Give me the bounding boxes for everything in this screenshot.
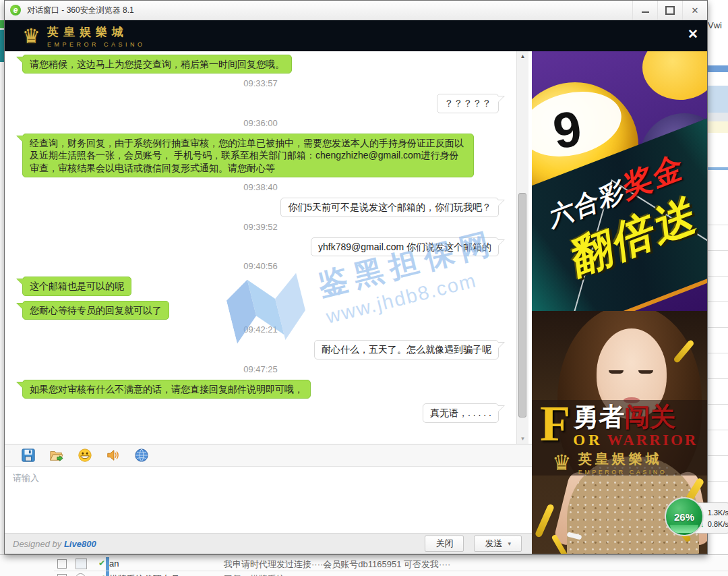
upload-speed-value: 1.3K/s [708, 509, 728, 517]
chat-column: 请您稍候，这边马上为您提交查询，稍后第一时间回复您哦。09:33:57？？？？？… [5, 51, 532, 554]
status-check-icon: ✔ [98, 573, 105, 576]
message-input[interactable]: 请输入 [5, 467, 532, 533]
eye-graphic [609, 370, 624, 374]
open-file-icon[interactable] [49, 448, 64, 463]
minimize-icon [642, 11, 649, 13]
warrior-en-or: OR [573, 432, 603, 449]
chat-bubble: 你们5天前可不是说发这个邮箱的，你们玩我吧？ [280, 198, 499, 217]
warrior-brand-en: EMPEROR CASINO [578, 469, 667, 476]
emoticon-icon[interactable] [78, 448, 92, 463]
background-partial-text: Vwi [708, 20, 722, 30]
progress-percent: 26% [674, 511, 694, 523]
scrollbar-up-icon[interactable]: ▲ [517, 53, 528, 59]
close-chat-button[interactable]: 关闭 [425, 536, 464, 552]
chat-toolbar [5, 444, 532, 467]
chat-bubble: 耐心什么，五天了。怎么就像遇到骗子呢 [314, 340, 499, 359]
window-titlebar[interactable]: e 对话窗口 - 360安全浏览器 8.1 ✕ [5, 1, 707, 20]
background-stripe [708, 121, 728, 133]
close-chat-icon[interactable]: ✕ [688, 28, 698, 40]
gold-ribbon-graphic [535, 503, 555, 538]
minimize-button[interactable] [632, 1, 657, 20]
chat-timestamp: 09:47:25 [5, 364, 516, 375]
download-progress-ball[interactable]: 26% [665, 497, 704, 536]
send-button-label: 发送 [485, 538, 502, 550]
chat-message-agent: 请您稍候，这边马上为您提交查询，稍后第一时间回复您哦。 [5, 55, 516, 74]
casino-header: ♛ 英皇娱樂城 EMPEROR CASINO ✕ [5, 20, 707, 52]
warrior-en-warrior: WARRIOR [607, 432, 698, 449]
background-table-row: ✔ 棋牌系统代理专员 回复：棋牌系统 [0, 573, 728, 576]
close-icon: ✕ [692, 5, 699, 16]
chat-message-agent: 这个邮箱也是可以的呢 [5, 277, 516, 295]
avatar [75, 573, 86, 576]
upload-speed: ↑ 1.3K/s [700, 507, 728, 518]
background-table-lines [708, 200, 728, 523]
window-controls: ✕ [632, 1, 707, 20]
footer-buttons: 关闭 发送 ▾ [425, 536, 532, 552]
progress-fill [670, 525, 698, 533]
background-table-row: ✔ an 我申请时代理发过连接····会员账号db1165951 可否发我···… [0, 558, 728, 570]
scrollbar-thumb[interactable] [518, 193, 526, 417]
warrior-cn-white: 勇者 [573, 403, 624, 431]
download-speed: ↓ 0.8K/s [700, 518, 728, 529]
send-button[interactable]: 发送 ▾ [474, 536, 522, 552]
warrior-title-right: 勇者闯关 ORWARRIOR [573, 404, 698, 449]
input-placeholder: 请输入 [13, 473, 39, 483]
chat-dialog-window: e 对话窗口 - 360安全浏览器 8.1 ✕ ♛ 英皇娱樂城 EMPEROR … [4, 0, 708, 554]
chat-bubble: 这个邮箱也是可以的呢 [22, 277, 131, 295]
background-stripe [708, 86, 728, 113]
row-text: 回复：棋牌系统 [224, 573, 285, 576]
background-stripe [708, 167, 728, 170]
warrior-cn-red: 闯关 [624, 403, 675, 431]
maximize-icon [665, 6, 675, 15]
chat-timestamp: 09:38:40 [5, 182, 516, 193]
web-icon[interactable] [134, 448, 149, 463]
window-title: 对话窗口 - 360安全浏览器 8.1 [27, 5, 134, 16]
chat-message-agent: 经查询，财务回复，由于系统例行抽查审核，您的注单已被抽中，需要您发送本人的手持身… [5, 134, 516, 177]
warrior-title: F 勇者闯关 ORWARRIOR [532, 400, 707, 449]
chat-timestamp: 09:42:21 [5, 324, 516, 335]
chat-bubble: 真无语，. . . . . [423, 403, 499, 422]
crown-logo-icon: ♛ [552, 452, 572, 473]
sound-icon[interactable] [106, 448, 121, 463]
checkbox[interactable] [57, 559, 67, 569]
ad-column: 8 9 六合彩奖金 [532, 51, 707, 554]
warrior-brand-row: ♛ 英皇娱樂城 EMPEROR CASINO [532, 450, 707, 476]
browser-360-icon: e [10, 5, 21, 16]
chat-timestamp: 09:36:00 [5, 118, 516, 129]
eye-graphic [638, 370, 653, 374]
chat-timestamp: 09:39:52 [5, 222, 516, 233]
warrior-brand-cn: 英皇娱樂城 [578, 450, 667, 468]
maximize-button[interactable] [657, 1, 682, 20]
brand-name-en: EMPEROR CASINO [47, 41, 146, 48]
scrollbar-down-icon[interactable]: ▼ [517, 436, 528, 442]
row-divider [54, 571, 728, 571]
chat-message-list[interactable]: 请您稍候，这边马上为您提交查询，稍后第一时间回复您哦。09:33:57？？？？？… [5, 51, 516, 444]
chat-scrollbar[interactable]: ▲ ▼ [516, 51, 528, 444]
dialog-content: 请您稍候，这边马上为您提交查询，稍后第一时间回复您哦。09:33:57？？？？？… [5, 51, 707, 554]
screen: Vwi ✔ an 我申请时代理发过连接····会员账号db1165951 可否发… [0, 0, 728, 576]
save-icon[interactable] [21, 448, 36, 463]
background-stripe [708, 113, 728, 121]
chat-message-user: yhfk789@gmail.com 你们说发这个邮箱的 [5, 237, 516, 256]
crown-logo-icon: ♛ [22, 26, 40, 47]
brand-name-cn: 英皇娱樂城 [47, 24, 146, 40]
chat-bubble: 您耐心等待专员的回复就可以了 [22, 301, 169, 320]
background-page-bottom: ✔ an 我申请时代理发过连接····会员账号db1165951 可否发我···… [0, 554, 728, 576]
close-window-button[interactable]: ✕ [682, 1, 707, 20]
background-stripe [708, 65, 728, 72]
designed-by: Designed by Live800 [13, 539, 96, 549]
chat-message-agent: 如果您对审核有什么不满意的话，请您直接回复邮件说明即可哦， [5, 380, 516, 399]
row-label: 棋牌系统代理专员 [109, 573, 179, 576]
download-speed-value: 0.8K/s [708, 520, 728, 528]
chat-message-user: 你们5天前可不是说发这个邮箱的，你们玩我吧？ [5, 198, 516, 217]
chat-message-user: ？？？？？ [5, 94, 516, 113]
close-button-label: 关闭 [435, 538, 453, 550]
status-check-icon: ✔ [98, 558, 105, 568]
chat-bubble: 请您稍候，这边马上为您提交查询，稍后第一时间回复您哦。 [22, 55, 292, 74]
send-dropdown-caret-icon[interactable]: ▾ [508, 540, 511, 547]
chat-message-agent: 您耐心等待专员的回复就可以了 [5, 301, 516, 320]
warrior-text-band: F 勇者闯关 ORWARRIOR ♛ [532, 400, 707, 476]
chat-bubble: ？？？？？ [437, 94, 499, 113]
ad-lottery-banner[interactable]: 8 9 六合彩奖金 [532, 51, 707, 311]
row-label: an [109, 558, 119, 569]
